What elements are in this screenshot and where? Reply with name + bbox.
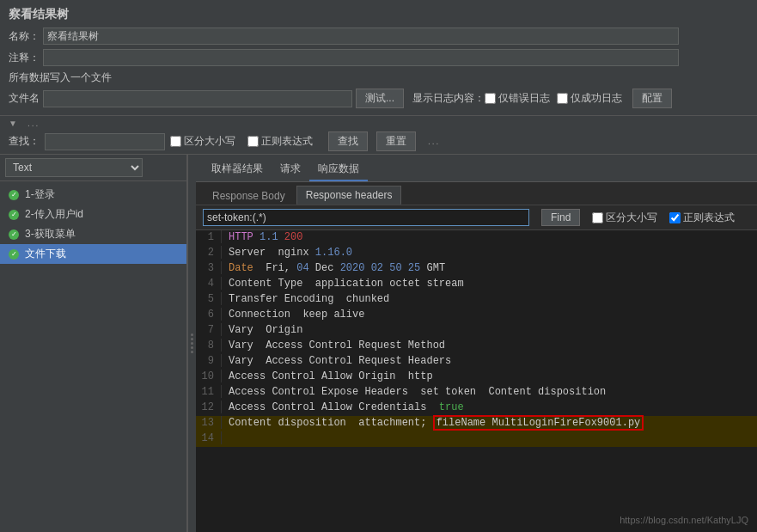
left-panel: Text 1-登录 2-传入用户id <box>0 155 187 532</box>
regex-right-checkbox[interactable] <box>669 212 681 223</box>
code-line-12: 12 Access Control Allow Credentials true <box>196 401 757 416</box>
tab-response-headers-label: Response headers <box>306 189 393 201</box>
code-line-2: 2 Server nginx 1.16.0 <box>196 246 757 261</box>
green-check-icon-3 <box>9 229 19 240</box>
case-sensitive-right-checkbox[interactable] <box>592 212 603 223</box>
case-sensitive-label[interactable]: 区分大小写 <box>170 134 235 149</box>
tree-item-download[interactable]: 文件下载 <box>0 244 186 264</box>
code-line-10: 10 Access Control Allow Origin http <box>196 370 757 385</box>
watermark: https://blog.csdn.net/KathyLJQ <box>620 515 748 525</box>
comment-label: 注释： <box>9 51 40 65</box>
menu-status-icon <box>7 228 21 242</box>
expand-row: ▼ ... <box>9 119 748 128</box>
line-num-11: 11 <box>196 385 222 398</box>
response-area: Response Body Response headers Find 区分大小… <box>196 182 757 532</box>
dots-separator-top: ... <box>27 119 40 128</box>
code-line-7: 7 Vary Origin <box>196 323 757 339</box>
line-num-9: 9 <box>196 354 222 367</box>
config-button[interactable]: 配置 <box>632 89 672 108</box>
code-area: 1 HTTP 1.1 200 2 Server nginx 1.16.0 3 D… <box>196 230 757 532</box>
filename-input[interactable] <box>43 90 352 107</box>
regex-right-label[interactable]: 正则表达式 <box>669 211 735 225</box>
header-section: 察看结果树 名称： 注释： 所有数据写入一个文件 文件名 测试... 显示日志内… <box>0 0 757 116</box>
line-num-3: 3 <box>196 261 222 274</box>
dot-4 <box>191 346 193 349</box>
error-only-checkbox[interactable] <box>485 93 496 104</box>
search-bar-row: Find 区分大小写 正则表达式 <box>196 205 757 230</box>
tab-request[interactable]: 请求 <box>272 158 309 181</box>
name-row: 名称： <box>9 28 748 45</box>
tree-item-login[interactable]: 1-登录 <box>0 185 186 205</box>
file-row: 文件名 测试... 显示日志内容： 仅错误日志 仅成功日志 配置 <box>9 89 748 108</box>
userid-status-icon <box>7 208 21 222</box>
line-content-13: Content disposition attachment; fileName… <box>229 416 757 429</box>
regex-checkbox[interactable] <box>247 136 259 147</box>
log-display-label: 显示日志内容： <box>412 91 485 106</box>
reset-button[interactable]: 重置 <box>376 131 416 151</box>
line-content-4: Content Type application octet stream <box>229 277 757 290</box>
inner-tabs-row: Response Body Response headers <box>196 182 757 205</box>
find-button-right[interactable]: Find <box>541 209 580 226</box>
regex-label[interactable]: 正则表达式 <box>247 134 313 149</box>
line-content-2: Server nginx 1.16.0 <box>229 246 757 259</box>
name-input[interactable] <box>43 28 679 45</box>
tree-item-download-label: 文件下载 <box>25 247 66 261</box>
tab-request-label: 请求 <box>280 162 301 174</box>
code-line-11: 11 Access Control Expose Headers set tok… <box>196 385 757 401</box>
expand-arrow-icon: ▼ <box>9 119 17 128</box>
line-num-10: 10 <box>196 370 222 382</box>
comment-row: 注释： <box>9 49 748 66</box>
code-line-9: 9 Vary Access Control Request Headers <box>196 354 757 370</box>
content-area: Text 1-登录 2-传入用户id <box>0 155 757 532</box>
main-container: 察看结果树 名称： 注释： 所有数据写入一个文件 文件名 测试... 显示日志内… <box>0 0 757 532</box>
dot-3 <box>191 342 193 345</box>
dots-separator-bottom: ... <box>428 137 440 146</box>
tab-response-body[interactable]: Response Body <box>203 187 295 205</box>
search-input[interactable] <box>45 133 165 150</box>
case-sensitive-checkbox[interactable] <box>170 136 181 147</box>
text-dropdown[interactable]: Text <box>5 158 143 177</box>
tree-item-userid[interactable]: 2-传入用户id <box>0 205 186 224</box>
tree-item-menu[interactable]: 3-获取菜单 <box>0 224 186 244</box>
line-content-12: Access Control Allow Credentials true <box>229 401 757 413</box>
tree-item-login-label: 1-登录 <box>25 187 55 202</box>
line-content-11: Access Control Expose Headers set token … <box>229 385 757 398</box>
line-content-5: Transfer Encoding chunked <box>229 292 757 305</box>
case-sensitive-right-label[interactable]: 区分大小写 <box>592 211 657 225</box>
code-line-13: 13 Content disposition attachment; fileN… <box>196 416 757 431</box>
case-sensitive-text: 区分大小写 <box>184 134 235 149</box>
line-content-7: Vary Origin <box>229 323 757 336</box>
code-line-5: 5 Transfer Encoding chunked <box>196 292 757 308</box>
tab-response-body-label: Response Body <box>212 190 285 202</box>
line-num-7: 7 <box>196 323 222 336</box>
line-content-3: Date Fri, 04 Dec 2020 02 50 25 GMT <box>229 261 757 274</box>
outer-tabs-row: 取样器结果 请求 响应数据 <box>196 155 757 182</box>
success-only-checkbox-label[interactable]: 仅成功日志 <box>557 91 622 106</box>
error-only-checkbox-label[interactable]: 仅错误日志 <box>485 91 550 106</box>
left-panel-header: Text <box>0 155 186 181</box>
line-num-5: 5 <box>196 292 222 305</box>
search-filter-input[interactable] <box>203 209 529 226</box>
panel-separator[interactable] <box>187 155 196 532</box>
regex-right-text: 正则表达式 <box>683 211 735 225</box>
code-line-8: 8 Vary Access Control Request Method <box>196 339 757 354</box>
success-only-checkbox[interactable] <box>557 93 568 104</box>
search-label: 查找： <box>9 134 40 149</box>
tab-sampler-result[interactable]: 取样器结果 <box>203 158 272 181</box>
tab-response-data-label: 响应数据 <box>318 162 359 174</box>
code-line-1: 1 HTTP 1.1 200 <box>196 230 757 246</box>
code-line-3: 3 Date Fri, 04 Dec 2020 02 50 25 GMT <box>196 261 757 277</box>
green-check-icon <box>9 190 19 200</box>
watermark-text: https://blog.csdn.net/KathyLJQ <box>620 515 748 525</box>
tree-item-userid-label: 2-传入用户id <box>25 207 83 222</box>
tab-sampler-result-label: 取样器结果 <box>211 162 263 174</box>
find-button-toolbar[interactable]: 查找 <box>328 131 368 151</box>
dot-1 <box>191 333 193 336</box>
green-check-icon-4 <box>9 249 19 260</box>
comment-input[interactable] <box>43 49 679 66</box>
separator-dots <box>191 333 193 353</box>
tab-response-headers[interactable]: Response headers <box>296 186 402 205</box>
tab-response-data[interactable]: 响应数据 <box>309 158 368 181</box>
browse-button[interactable]: 测试... <box>356 89 404 108</box>
dot-2 <box>191 338 193 340</box>
